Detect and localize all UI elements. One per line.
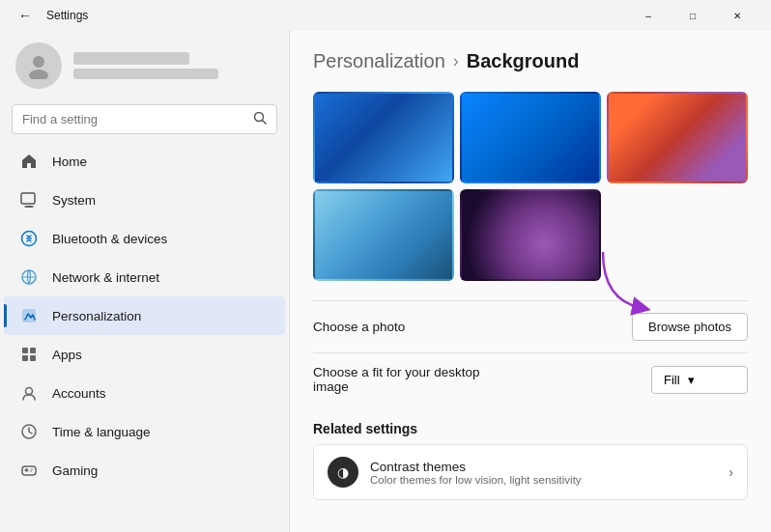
time-icon bbox=[19, 422, 39, 441]
close-button[interactable]: ✕ bbox=[715, 0, 759, 31]
maximize-button[interactable]: □ bbox=[671, 0, 715, 31]
avatar bbox=[15, 42, 62, 89]
sidebar-item-bluetooth[interactable]: Bluetooth & devices bbox=[4, 219, 285, 258]
svg-rect-4 bbox=[21, 193, 35, 204]
fill-dropdown[interactable]: Fill ▾ bbox=[651, 366, 748, 394]
svg-rect-13 bbox=[30, 355, 36, 361]
window-controls: – □ ✕ bbox=[626, 0, 759, 31]
app-body: Home System bbox=[0, 31, 771, 532]
svg-line-3 bbox=[263, 121, 267, 125]
gaming-icon bbox=[19, 461, 39, 480]
sidebar-item-gaming[interactable]: Gaming bbox=[4, 451, 285, 490]
choose-fit-label: Choose a fit for your desktop image bbox=[313, 365, 506, 394]
contrast-themes-title: Contrast themes bbox=[370, 460, 582, 474]
app-title: Settings bbox=[46, 9, 88, 22]
main-content: Personalization › Background bbox=[290, 31, 771, 532]
sidebar-item-time-label: Time & language bbox=[52, 425, 151, 439]
sidebar-item-apps[interactable]: Apps bbox=[4, 335, 285, 374]
svg-point-0 bbox=[33, 56, 44, 68]
breadcrumb: Personalization › Background bbox=[313, 50, 748, 72]
choose-photo-row-container: Choose a photo Browse photos bbox=[313, 300, 748, 352]
svg-point-20 bbox=[30, 470, 32, 472]
wallpaper-grid bbox=[313, 92, 748, 281]
user-profile[interactable] bbox=[0, 31, 289, 104]
sidebar-item-gaming-label: Gaming bbox=[52, 463, 98, 478]
choose-photo-row: Choose a photo Browse photos bbox=[313, 300, 748, 352]
sidebar-item-time[interactable]: Time & language bbox=[4, 412, 285, 451]
related-settings-title: Related settings bbox=[313, 421, 748, 436]
svg-point-7 bbox=[22, 232, 37, 246]
related-item-chevron-icon: › bbox=[728, 464, 733, 480]
svg-rect-12 bbox=[22, 355, 28, 361]
bluetooth-icon bbox=[19, 229, 39, 248]
browse-photos-button[interactable]: Browse photos bbox=[632, 313, 748, 341]
personalization-icon bbox=[19, 306, 39, 325]
sidebar-item-apps-label: Apps bbox=[52, 348, 82, 362]
minimize-button[interactable]: – bbox=[626, 0, 671, 31]
svg-rect-16 bbox=[22, 466, 36, 475]
svg-point-1 bbox=[29, 70, 48, 79]
sidebar-item-system-label: System bbox=[52, 193, 96, 208]
home-icon bbox=[19, 152, 39, 171]
user-name bbox=[73, 52, 189, 65]
svg-rect-11 bbox=[30, 348, 36, 353]
svg-rect-10 bbox=[22, 348, 28, 353]
sidebar-item-home-label: Home bbox=[52, 154, 87, 169]
chevron-down-icon: ▾ bbox=[688, 373, 695, 387]
accounts-icon bbox=[19, 383, 39, 403]
contrast-themes-item[interactable]: ◑ Contrast themes Color themes for low v… bbox=[313, 444, 748, 500]
search-input[interactable] bbox=[22, 112, 245, 126]
system-icon bbox=[19, 190, 39, 210]
title-bar: ← Settings – □ ✕ bbox=[0, 0, 771, 31]
user-email bbox=[73, 69, 218, 79]
title-bar-left: ← Settings bbox=[12, 2, 88, 29]
sidebar: Home System bbox=[0, 31, 290, 532]
network-icon bbox=[19, 267, 39, 287]
sidebar-item-network-label: Network & internet bbox=[52, 270, 159, 285]
sidebar-item-bluetooth-label: Bluetooth & devices bbox=[52, 232, 167, 246]
related-item-left: ◑ Contrast themes Color themes for low v… bbox=[328, 457, 582, 488]
wallpaper-thumb-1[interactable] bbox=[313, 92, 454, 183]
svg-point-19 bbox=[31, 468, 33, 470]
search-icon bbox=[253, 111, 267, 127]
wallpaper-thumb-2[interactable] bbox=[460, 92, 601, 183]
wallpaper-thumb-5[interactable] bbox=[460, 189, 601, 281]
search-box[interactable] bbox=[12, 104, 277, 134]
related-item-text: Contrast themes Color themes for low vis… bbox=[370, 460, 582, 486]
apps-icon bbox=[19, 345, 39, 364]
sidebar-item-accounts-label: Accounts bbox=[52, 386, 106, 401]
breadcrumb-parent[interactable]: Personalization bbox=[313, 50, 445, 72]
choose-fit-row: Choose a fit for your desktop image Fill… bbox=[313, 352, 748, 406]
sidebar-item-system[interactable]: System bbox=[4, 181, 285, 219]
contrast-themes-icon: ◑ bbox=[328, 457, 358, 488]
back-button[interactable]: ← bbox=[12, 2, 39, 29]
breadcrumb-separator: › bbox=[453, 51, 459, 71]
breadcrumb-current: Background bbox=[467, 50, 580, 72]
svg-point-14 bbox=[26, 388, 33, 395]
fill-value: Fill bbox=[664, 373, 680, 387]
user-info bbox=[73, 52, 218, 79]
sidebar-item-network[interactable]: Network & internet bbox=[4, 258, 285, 296]
sidebar-item-personalization[interactable]: Personalization bbox=[4, 296, 285, 335]
sidebar-item-accounts[interactable]: Accounts bbox=[4, 374, 285, 412]
wallpaper-thumb-3[interactable] bbox=[607, 92, 748, 183]
sidebar-item-personalization-label: Personalization bbox=[52, 309, 141, 323]
choose-photo-label: Choose a photo bbox=[313, 320, 405, 334]
wallpaper-thumb-4[interactable] bbox=[313, 189, 454, 281]
sidebar-item-home[interactable]: Home bbox=[4, 142, 285, 181]
contrast-themes-desc: Color themes for low vision, light sensi… bbox=[370, 474, 582, 486]
sidebar-nav: Home System bbox=[0, 142, 289, 532]
